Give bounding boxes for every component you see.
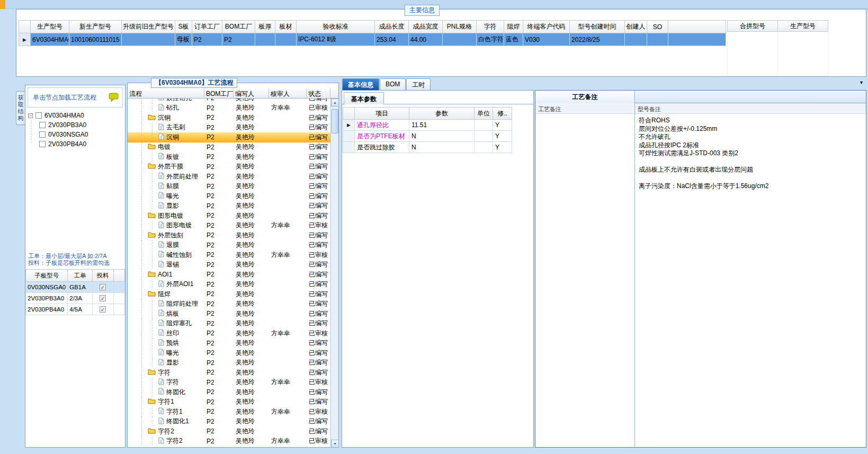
column-header[interactable]: 升级前旧生产型号 — [122, 21, 175, 33]
tree-node[interactable]: 2V030PB4A0 — [28, 139, 122, 149]
column-header[interactable]: 编写人 — [234, 88, 269, 98]
column-header[interactable]: 成品长度 — [375, 21, 409, 33]
process-row[interactable]: 曝光P2吴艳玲已编写 — [128, 191, 330, 201]
process-row[interactable]: 阻焊塞孔P2吴艳玲已编写 — [128, 319, 330, 329]
column-header[interactable]: S板 — [175, 21, 192, 33]
param-row[interactable]: 是否跳过除胶NY — [343, 142, 512, 153]
tree-checkbox[interactable] — [35, 112, 42, 119]
column-header[interactable]: 项目 — [355, 108, 409, 120]
process-row[interactable]: 图形电镀P2吴艳玲已编写 — [128, 211, 330, 221]
param-value-cell[interactable]: N — [409, 142, 475, 153]
tab-work-hours[interactable]: 工时 — [406, 78, 431, 90]
process-row[interactable]: 终固化1P2吴艳玲已编写 — [128, 417, 330, 427]
main-table-row[interactable]: ▶6V0304HMA010010600111015母板P2P2IPC-6012 … — [19, 33, 726, 46]
process-row[interactable]: 钻孔P2吴艳玲方幸幸已审核 — [128, 103, 330, 113]
tab-basic-info[interactable]: 基本信息 — [342, 78, 379, 90]
process-row[interactable]: 电镀P2吴艳玲已编写 — [128, 143, 330, 153]
column-header[interactable]: 创建人 — [625, 21, 647, 33]
process-row[interactable]: 贴膜P2吴艳玲已编写 — [128, 182, 330, 192]
tab-process-remarks[interactable]: 工艺备注 — [535, 91, 635, 103]
process-row[interactable]: 沉铜P2吴艳玲已编写 — [128, 132, 330, 143]
process-row[interactable]: 字符P2吴艳玲已编写 — [128, 368, 330, 378]
process-row[interactable]: 板镀P2吴艳玲已编写 — [128, 152, 330, 162]
row-selector[interactable]: ▶ — [19, 33, 31, 46]
process-row[interactable]: 字符2P2吴艳玲已编写 — [128, 426, 330, 437]
param-row[interactable]: ▶通孔厚径比11.51Y — [343, 120, 512, 131]
process-row[interactable]: 外层AOI1P2吴艳玲已编写 — [128, 280, 330, 290]
tree-node[interactable]: 2V030PB3A0 — [28, 120, 122, 130]
model-remark-textarea[interactable]: 符合ROHS层间对位公差按+/-0.125mm不允许破孔成品孔径按IPC 2标准… — [635, 114, 866, 447]
tree-expander-icon[interactable]: − — [28, 113, 33, 118]
process-row[interactable]: 字符1P2吴艳玲已编写 — [128, 397, 330, 407]
process-row[interactable]: 烘板P2吴艳玲已编写 — [128, 309, 330, 319]
column-header[interactable]: 阻焊 — [504, 21, 523, 33]
process-row[interactable]: 曝光P2吴艳玲已编写 — [128, 348, 330, 358]
column-header[interactable]: 订单工厂 — [192, 21, 222, 33]
process-row[interactable]: 预烘P2吴艳玲已编写 — [128, 339, 330, 349]
process-row[interactable]: AOI1P2吴艳玲已编写 — [128, 270, 330, 280]
process-row[interactable]: 终固化P2吴艳玲已编写 — [128, 387, 330, 397]
process-row[interactable]: 去毛刺P2吴艳玲已编写 — [128, 123, 330, 133]
column-header[interactable]: 生产型号 — [778, 21, 828, 32]
process-row[interactable]: 字符P2吴艳玲方幸幸已审核 — [128, 378, 330, 388]
row-selector[interactable] — [343, 131, 355, 142]
table-row[interactable]: 2V030PB4A04/5A✓ — [26, 304, 125, 315]
param-value-cell[interactable]: 11.51 — [409, 120, 475, 131]
column-header[interactable]: 单位 — [475, 108, 493, 120]
column-header[interactable]: BOM工厂 — [204, 88, 234, 98]
param-row[interactable]: 是否为PTFE板材NY — [343, 131, 512, 142]
tab-bom[interactable]: BOM — [380, 78, 406, 90]
column-header[interactable]: 板厚 — [255, 21, 275, 33]
tree-checkbox[interactable] — [39, 141, 46, 147]
param-value-cell[interactable]: N — [409, 131, 475, 142]
process-row[interactable]: 图形电镀P2吴艳玲方幸幸已审核 — [128, 221, 330, 231]
process-row[interactable]: 阻焊P2吴艳玲已编写 — [128, 289, 330, 299]
process-row[interactable]: 显影P2吴艳玲已编写 — [128, 358, 330, 368]
vertical-tab-get-structure[interactable]: 获取结构 — [16, 91, 25, 125]
column-header[interactable]: 修.. — [493, 108, 512, 120]
column-header[interactable]: BOM工厂 — [222, 21, 255, 33]
scroll-up-button[interactable]: ▲ — [331, 99, 339, 106]
process-row[interactable]: 碱性蚀刻P2吴艳玲方幸幸已审核 — [128, 250, 330, 260]
column-header[interactable]: PNL规格 — [443, 21, 477, 33]
table-row[interactable]: 0V030NSGA0GB1A✓ — [26, 282, 125, 293]
process-row[interactable]: 丝印P2吴艳玲方幸幸已审核 — [128, 328, 330, 339]
column-header[interactable]: 新生产型号 — [69, 21, 122, 33]
column-header[interactable]: SO — [647, 21, 668, 33]
column-header[interactable]: 合拼型号 — [728, 21, 778, 32]
tree-checkbox[interactable] — [39, 122, 46, 128]
column-header[interactable]: 参数 — [409, 108, 475, 120]
process-row[interactable]: 外层蚀刻P2吴艳玲已编写 — [128, 230, 330, 241]
process-row[interactable]: 数控钻孔P2吴艳玲已编写 — [128, 99, 330, 103]
tree-node-root[interactable]: − 6V0304HMA0 — [28, 111, 122, 120]
column-header[interactable]: 生产型号 — [31, 21, 69, 33]
row-selector[interactable]: ▶ — [343, 120, 355, 131]
column-header[interactable]: 流程 — [128, 88, 204, 98]
column-header[interactable]: 验收标准 — [297, 21, 375, 33]
process-row[interactable]: 退膜P2吴艳玲已编写 — [128, 241, 330, 251]
column-header[interactable]: 工单 — [68, 270, 93, 282]
table-row[interactable]: 2V030PB3A02/3A✓ — [26, 293, 125, 304]
process-row[interactable]: 显影P2吴艳玲已编写 — [128, 201, 330, 211]
process-row[interactable]: 沉铜P2吴艳玲已编写 — [128, 113, 330, 123]
tree-checkbox[interactable] — [39, 131, 46, 138]
column-header[interactable]: 状态 — [307, 88, 330, 98]
process-row[interactable]: 外层干膜P2吴艳玲已编写 — [128, 162, 330, 172]
tab-basic-params[interactable]: 基本参数 — [344, 92, 384, 105]
process-row[interactable]: 阻焊前处理P2吴艳玲已编写 — [128, 299, 330, 309]
column-header[interactable]: 投料 — [92, 270, 113, 282]
row-selector[interactable] — [343, 142, 355, 153]
feeding-checkbox[interactable]: ✓ — [100, 295, 106, 301]
chevron-down-icon[interactable]: ▼ — [859, 80, 864, 85]
scrollbar-thumb[interactable] — [332, 109, 338, 133]
process-row[interactable]: 字符1P2吴艳玲方幸幸已审核 — [128, 407, 330, 417]
column-header[interactable]: 核审人 — [269, 88, 307, 98]
tree-node[interactable]: 0V030NSGA0 — [28, 130, 122, 139]
feeding-checkbox[interactable]: ✓ — [100, 284, 106, 290]
column-header[interactable]: 成品宽度 — [409, 21, 443, 33]
process-row[interactable]: 外层前处理P2吴艳玲已编写 — [128, 172, 330, 182]
column-header[interactable]: 型号创建时间 — [570, 21, 625, 33]
process-row[interactable]: 退锡P2吴艳玲已编写 — [128, 260, 330, 270]
feeding-checkbox[interactable]: ✓ — [100, 306, 106, 313]
column-header[interactable]: 终端客户代码 — [523, 21, 570, 33]
